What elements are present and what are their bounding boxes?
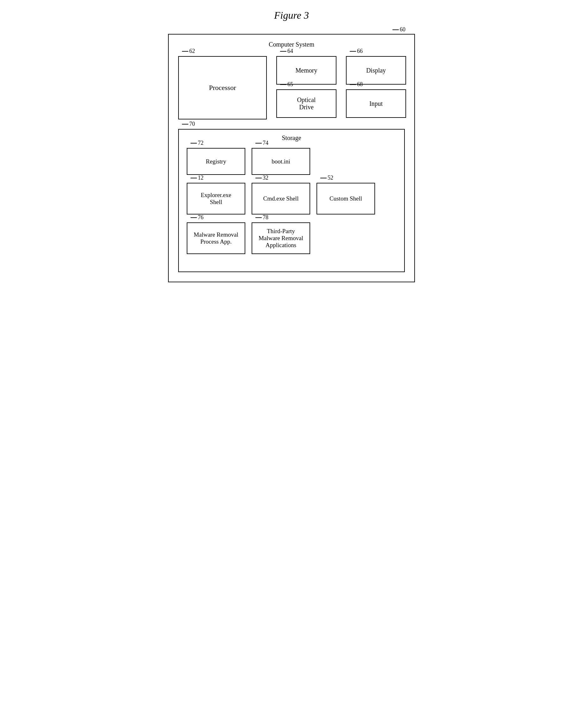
ref-32: 32 <box>255 175 269 181</box>
cmd-area: 32 Cmd.exe Shell <box>252 183 310 214</box>
ref-65: 65 <box>280 81 293 88</box>
storage-box: Storage 72 Registry <box>178 129 405 272</box>
top-section: 62 Processor 64 <box>178 56 405 120</box>
storage-row-2: 12 Explorer.exeShell 32 <box>187 183 396 214</box>
storage-label: Storage <box>187 134 396 141</box>
computer-system-label: Computer System <box>178 41 405 48</box>
bootini-box: boot.ini <box>252 148 310 175</box>
processor-box: Processor <box>178 56 267 120</box>
input-box: Input <box>346 89 406 118</box>
ref-12: 12 <box>191 175 203 181</box>
ref-76: 76 <box>191 214 203 221</box>
thirdparty-malware-box: Third-PartyMalware RemovalApplications <box>252 223 310 254</box>
ref-52: 52 <box>320 175 333 181</box>
ref-68: 68 <box>350 81 363 88</box>
display-area: 66 Display <box>346 56 406 85</box>
input-area: 68 Input <box>346 89 406 118</box>
middle-col: 64 Memory 65 <box>276 56 336 118</box>
storage-container: 70 Storage 72 R <box>178 129 405 272</box>
explorer-box: Explorer.exeShell <box>187 183 245 214</box>
malware-area: 76 Malware RemovalProcess App. <box>187 223 245 254</box>
ref-70: 70 <box>182 121 195 127</box>
custom-shell-area: 52 Custom Shell <box>316 183 375 214</box>
optical-box: OpticalDrive <box>276 89 336 118</box>
malware-removal-box: Malware RemovalProcess App. <box>187 223 245 254</box>
ref-62: 62 <box>182 48 195 54</box>
ref-72: 72 <box>191 140 203 146</box>
right-col: 66 Display 68 <box>346 56 406 118</box>
ref-78: 78 <box>255 214 269 221</box>
ref-64: 64 <box>280 48 293 54</box>
display-box: Display <box>346 56 406 85</box>
optical-area: 65 OpticalDrive <box>276 89 336 118</box>
figure-title: Figure 3 <box>168 9 415 21</box>
storage-row-1: 72 Registry 74 <box>187 148 396 175</box>
ref-74: 74 <box>255 140 269 146</box>
memory-area: 64 Memory <box>276 56 336 85</box>
custom-shell-box: Custom Shell <box>316 183 375 214</box>
ref-66: 66 <box>350 48 363 54</box>
registry-box: Registry <box>187 148 245 175</box>
computer-system-container: 60 Computer System 62 Processor <box>168 34 415 282</box>
registry-area: 72 Registry <box>187 148 245 175</box>
bootini-area: 74 boot.ini <box>252 148 310 175</box>
storage-row-3: 76 Malware RemovalProcess App. 78 <box>187 223 396 254</box>
computer-system-box: Computer System 62 Processor <box>168 34 415 282</box>
thirdparty-area: 78 Third-PartyMalware RemovalApplication… <box>252 223 310 254</box>
diagram-wrapper: 60 Computer System 62 Processor <box>168 34 415 282</box>
memory-box: Memory <box>276 56 336 85</box>
explorer-area: 12 Explorer.exeShell <box>187 183 245 214</box>
processor-area: 62 Processor <box>178 56 267 120</box>
cmd-box: Cmd.exe Shell <box>252 183 310 214</box>
ref-60: 60 <box>392 26 406 33</box>
page: Figure 3 60 Computer System 62 <box>168 9 415 282</box>
